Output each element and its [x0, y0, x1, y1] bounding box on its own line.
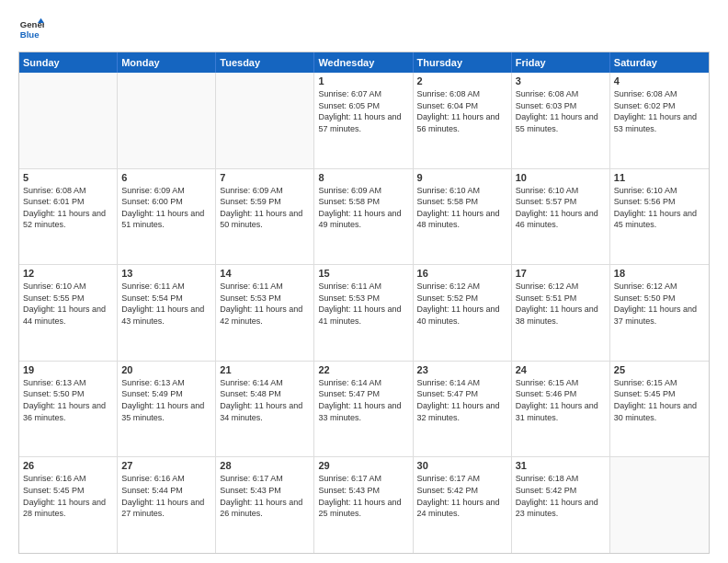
calendar-header-cell: Thursday	[414, 52, 512, 73]
day-number: 17	[516, 268, 606, 279]
calendar-cell: 1Sunrise: 6:07 AMSunset: 6:05 PMDaylight…	[314, 73, 413, 168]
calendar-header-row: SundayMondayTuesdayWednesdayThursdayFrid…	[19, 52, 709, 73]
calendar-cell	[216, 73, 314, 168]
calendar-cell: 6Sunrise: 6:09 AMSunset: 6:00 PMDaylight…	[118, 169, 216, 265]
calendar-cell: 20Sunrise: 6:13 AMSunset: 5:49 PMDayligh…	[118, 362, 216, 457]
cell-info: Sunrise: 6:17 AMSunset: 5:43 PMDaylight:…	[220, 473, 310, 519]
calendar-cell: 27Sunrise: 6:16 AMSunset: 5:44 PMDayligh…	[118, 457, 216, 553]
day-number: 26	[23, 460, 113, 471]
calendar-cell: 26Sunrise: 6:16 AMSunset: 5:45 PMDayligh…	[19, 457, 118, 553]
calendar-cell: 15Sunrise: 6:11 AMSunset: 5:53 PMDayligh…	[314, 265, 413, 361]
calendar-week: 1Sunrise: 6:07 AMSunset: 6:05 PMDaylight…	[19, 73, 709, 169]
calendar-header-cell: Tuesday	[216, 52, 314, 73]
cell-info: Sunrise: 6:10 AMSunset: 5:57 PMDaylight:…	[516, 185, 606, 231]
day-number: 31	[516, 460, 606, 471]
calendar-week: 5Sunrise: 6:08 AMSunset: 6:01 PMDaylight…	[19, 169, 709, 266]
cell-info: Sunrise: 6:18 AMSunset: 5:42 PMDaylight:…	[516, 473, 606, 519]
calendar-cell: 12Sunrise: 6:10 AMSunset: 5:55 PMDayligh…	[19, 265, 118, 361]
cell-info: Sunrise: 6:14 AMSunset: 5:47 PMDaylight:…	[417, 377, 507, 423]
day-number: 6	[121, 172, 211, 183]
cell-info: Sunrise: 6:08 AMSunset: 6:02 PMDaylight:…	[614, 88, 705, 134]
calendar-cell	[19, 73, 118, 168]
cell-info: Sunrise: 6:10 AMSunset: 5:58 PMDaylight:…	[417, 185, 507, 231]
day-number: 4	[614, 75, 705, 86]
calendar-body: 1Sunrise: 6:07 AMSunset: 6:05 PMDaylight…	[19, 73, 709, 553]
day-number: 23	[417, 364, 507, 375]
calendar-header-cell: Saturday	[610, 52, 709, 73]
header: General Blue	[18, 17, 710, 42]
day-number: 13	[121, 268, 211, 279]
cell-info: Sunrise: 6:17 AMSunset: 5:43 PMDaylight:…	[318, 473, 408, 519]
calendar-cell	[610, 457, 709, 553]
cell-info: Sunrise: 6:17 AMSunset: 5:42 PMDaylight:…	[417, 473, 507, 519]
day-number: 20	[121, 364, 211, 375]
day-number: 27	[121, 460, 211, 471]
calendar-header-cell: Monday	[118, 52, 216, 73]
calendar-cell: 30Sunrise: 6:17 AMSunset: 5:42 PMDayligh…	[414, 457, 512, 553]
calendar-cell: 19Sunrise: 6:13 AMSunset: 5:50 PMDayligh…	[19, 362, 118, 457]
logo: General Blue	[18, 17, 44, 42]
cell-info: Sunrise: 6:14 AMSunset: 5:47 PMDaylight:…	[318, 377, 408, 423]
calendar-cell: 16Sunrise: 6:12 AMSunset: 5:52 PMDayligh…	[414, 265, 512, 361]
cell-info: Sunrise: 6:16 AMSunset: 5:44 PMDaylight:…	[121, 473, 211, 519]
day-number: 22	[318, 364, 408, 375]
cell-info: Sunrise: 6:10 AMSunset: 5:55 PMDaylight:…	[23, 281, 113, 327]
cell-info: Sunrise: 6:08 AMSunset: 6:03 PMDaylight:…	[516, 88, 606, 134]
day-number: 15	[318, 268, 408, 279]
day-number: 7	[220, 172, 310, 183]
day-number: 24	[516, 364, 606, 375]
calendar-week: 26Sunrise: 6:16 AMSunset: 5:45 PMDayligh…	[19, 457, 709, 553]
calendar-cell: 31Sunrise: 6:18 AMSunset: 5:42 PMDayligh…	[512, 457, 610, 553]
svg-text:Blue: Blue	[20, 29, 40, 40]
logo-icon: General Blue	[18, 17, 44, 42]
day-number: 25	[614, 364, 705, 375]
calendar-cell: 28Sunrise: 6:17 AMSunset: 5:43 PMDayligh…	[216, 457, 314, 553]
calendar-cell: 2Sunrise: 6:08 AMSunset: 6:04 PMDaylight…	[414, 73, 512, 168]
calendar-header-cell: Wednesday	[314, 52, 413, 73]
calendar-cell: 11Sunrise: 6:10 AMSunset: 5:56 PMDayligh…	[610, 169, 709, 265]
cell-info: Sunrise: 6:10 AMSunset: 5:56 PMDaylight:…	[614, 185, 705, 231]
cell-info: Sunrise: 6:11 AMSunset: 5:54 PMDaylight:…	[121, 281, 211, 327]
cell-info: Sunrise: 6:12 AMSunset: 5:51 PMDaylight:…	[516, 281, 606, 327]
calendar-cell: 8Sunrise: 6:09 AMSunset: 5:58 PMDaylight…	[314, 169, 413, 265]
day-number: 29	[318, 460, 408, 471]
calendar-cell: 14Sunrise: 6:11 AMSunset: 5:53 PMDayligh…	[216, 265, 314, 361]
day-number: 21	[220, 364, 310, 375]
day-number: 19	[23, 364, 113, 375]
day-number: 12	[23, 268, 113, 279]
day-number: 28	[220, 460, 310, 471]
calendar-cell: 3Sunrise: 6:08 AMSunset: 6:03 PMDaylight…	[512, 73, 610, 168]
day-number: 16	[417, 268, 507, 279]
cell-info: Sunrise: 6:12 AMSunset: 5:52 PMDaylight:…	[417, 281, 507, 327]
cell-info: Sunrise: 6:08 AMSunset: 6:01 PMDaylight:…	[23, 185, 113, 231]
day-number: 30	[417, 460, 507, 471]
cell-info: Sunrise: 6:07 AMSunset: 6:05 PMDaylight:…	[318, 88, 408, 134]
day-number: 5	[23, 172, 113, 183]
day-number: 18	[614, 268, 705, 279]
calendar-cell: 10Sunrise: 6:10 AMSunset: 5:57 PMDayligh…	[512, 169, 610, 265]
calendar-cell: 22Sunrise: 6:14 AMSunset: 5:47 PMDayligh…	[314, 362, 413, 457]
calendar-cell: 23Sunrise: 6:14 AMSunset: 5:47 PMDayligh…	[414, 362, 512, 457]
cell-info: Sunrise: 6:13 AMSunset: 5:50 PMDaylight:…	[23, 377, 113, 423]
calendar-week: 12Sunrise: 6:10 AMSunset: 5:55 PMDayligh…	[19, 265, 709, 362]
calendar-header-cell: Sunday	[19, 52, 118, 73]
calendar: SundayMondayTuesdayWednesdayThursdayFrid…	[18, 52, 710, 554]
calendar-cell: 17Sunrise: 6:12 AMSunset: 5:51 PMDayligh…	[512, 265, 610, 361]
day-number: 3	[516, 75, 606, 86]
calendar-cell: 7Sunrise: 6:09 AMSunset: 5:59 PMDaylight…	[216, 169, 314, 265]
cell-info: Sunrise: 6:15 AMSunset: 5:46 PMDaylight:…	[516, 377, 606, 423]
calendar-cell: 29Sunrise: 6:17 AMSunset: 5:43 PMDayligh…	[314, 457, 413, 553]
calendar-cell: 13Sunrise: 6:11 AMSunset: 5:54 PMDayligh…	[118, 265, 216, 361]
cell-info: Sunrise: 6:11 AMSunset: 5:53 PMDaylight:…	[220, 281, 310, 327]
calendar-cell: 24Sunrise: 6:15 AMSunset: 5:46 PMDayligh…	[512, 362, 610, 457]
calendar-cell: 18Sunrise: 6:12 AMSunset: 5:50 PMDayligh…	[610, 265, 709, 361]
calendar-cell: 25Sunrise: 6:15 AMSunset: 5:45 PMDayligh…	[610, 362, 709, 457]
calendar-cell: 21Sunrise: 6:14 AMSunset: 5:48 PMDayligh…	[216, 362, 314, 457]
cell-info: Sunrise: 6:12 AMSunset: 5:50 PMDaylight:…	[614, 281, 705, 327]
page: General Blue SundayMondayTuesdayWednesda…	[0, 0, 728, 563]
day-number: 11	[614, 172, 705, 183]
cell-info: Sunrise: 6:13 AMSunset: 5:49 PMDaylight:…	[121, 377, 211, 423]
cell-info: Sunrise: 6:11 AMSunset: 5:53 PMDaylight:…	[318, 281, 408, 327]
calendar-cell: 4Sunrise: 6:08 AMSunset: 6:02 PMDaylight…	[610, 73, 709, 168]
day-number: 10	[516, 172, 606, 183]
